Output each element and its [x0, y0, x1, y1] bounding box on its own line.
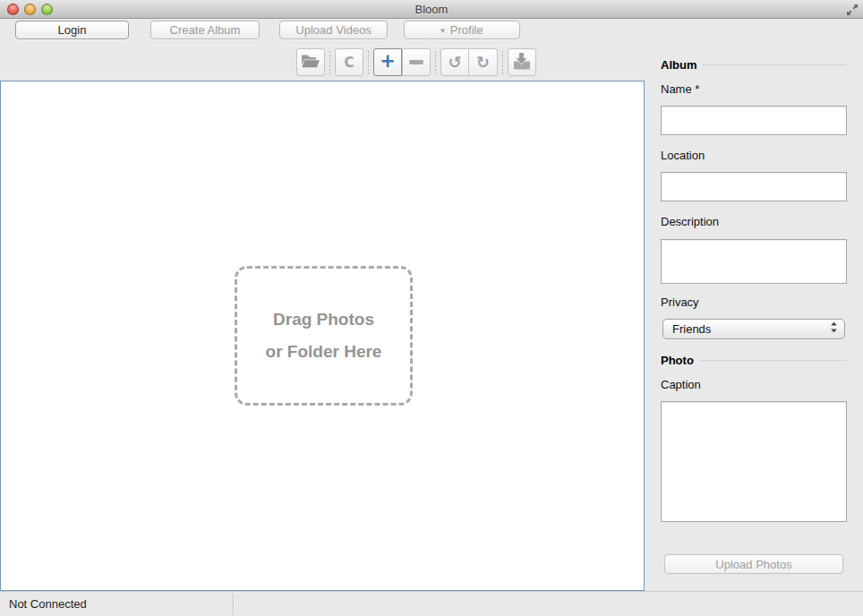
refresh-icon: C	[344, 55, 354, 71]
dropdown-arrow-icon: ▾	[440, 26, 445, 35]
statusbar: Not Connected	[0, 591, 863, 616]
zoom-in-button[interactable]: +	[373, 48, 402, 76]
toolbar-separator	[502, 51, 503, 74]
location-label: Location	[661, 149, 705, 162]
login-button[interactable]: Login	[15, 21, 129, 39]
album-name-input[interactable]	[661, 106, 847, 135]
album-section-header: Album	[661, 58, 846, 72]
toolbar-separator	[329, 51, 330, 74]
upload-videos-label: Upload Videos	[295, 23, 371, 37]
album-sidebar: Album Name * Location Description Privac…	[645, 42, 863, 591]
import-photos-button[interactable]	[508, 48, 536, 76]
rotate-right-button[interactable]: ↻	[469, 48, 498, 76]
open-folder-button[interactable]	[296, 48, 325, 76]
zoom-in-icon: +	[380, 52, 396, 71]
upload-photos-button[interactable]: Upload Photos	[664, 554, 843, 574]
privacy-label: Privacy	[661, 295, 699, 309]
toolbar-separator	[368, 51, 369, 74]
toolbar-separator	[435, 51, 436, 74]
zoom-out-button[interactable]	[402, 48, 431, 76]
album-description-textarea[interactable]	[661, 239, 847, 284]
fullscreen-icon[interactable]	[845, 3, 859, 16]
dropzone-text-line2: or Folder Here	[266, 342, 382, 362]
upload-photos-label: Upload Photos	[715, 558, 791, 571]
icon-toolbar: C + ↺ ↻	[296, 48, 536, 76]
create-album-button[interactable]: Create Album	[150, 21, 260, 39]
privacy-selected-value: Friends	[672, 322, 830, 336]
name-label: Name *	[661, 82, 699, 96]
privacy-select[interactable]: Friends	[662, 319, 845, 339]
rotate-button-group: ↺ ↻	[440, 48, 498, 76]
photo-section-header: Photo	[661, 354, 846, 367]
statusbar-separator	[233, 594, 234, 615]
section-rule	[703, 64, 846, 65]
window-title: Bloom	[0, 3, 863, 16]
album-location-input[interactable]	[661, 172, 847, 201]
connection-status: Not Connected	[9, 597, 87, 611]
titlebar: Bloom	[0, 0, 863, 19]
description-label: Description	[661, 215, 719, 228]
profile-label: Profile	[450, 23, 483, 37]
drag-drop-zone[interactable]: Drag Photos or Folder Here	[235, 266, 413, 406]
dropzone-text-line1: Drag Photos	[273, 310, 374, 329]
refresh-button[interactable]: C	[335, 48, 363, 76]
app-window: Bloom Login Create Album Upload Videos ▾…	[0, 0, 863, 616]
login-button-label: Login	[58, 23, 87, 37]
photo-canvas: Drag Photos or Folder Here	[0, 81, 645, 591]
rotate-left-button[interactable]: ↺	[440, 48, 469, 76]
upload-videos-button[interactable]: Upload Videos	[279, 21, 388, 39]
zoom-button-group: +	[373, 48, 431, 76]
photo-caption-textarea[interactable]	[661, 401, 847, 522]
rotate-left-icon: ↺	[448, 55, 461, 71]
caption-label: Caption	[661, 378, 701, 391]
section-rule	[700, 360, 846, 361]
create-album-label: Create Album	[170, 23, 241, 37]
profile-dropdown-button[interactable]: ▾ Profile	[404, 21, 520, 39]
open-folder-icon	[301, 53, 320, 73]
photo-section-title: Photo	[661, 354, 694, 367]
rotate-right-icon: ↻	[476, 55, 490, 71]
import-tray-icon	[512, 52, 532, 73]
album-section-title: Album	[661, 58, 696, 72]
zoom-out-icon	[409, 60, 423, 64]
popup-updown-arrows-icon	[830, 321, 838, 338]
